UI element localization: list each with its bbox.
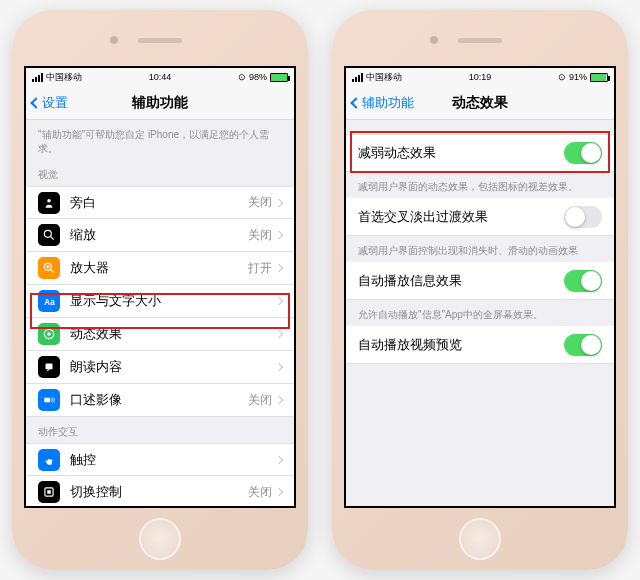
clock: 10:44: [149, 72, 172, 82]
row-value: 关闭: [248, 227, 272, 244]
battery-pct: 91%: [569, 72, 587, 82]
chevron-left-icon: [350, 97, 361, 108]
voiceover-icon: [38, 192, 60, 214]
page-title: 动态效果: [452, 94, 508, 112]
row-voiceover[interactable]: 旁白 关闭: [26, 186, 294, 219]
row-label: 放大器: [70, 259, 248, 277]
chevron-right-icon: [275, 396, 283, 404]
audio-desc-icon: [38, 389, 60, 411]
screen-right: 中国移动 10:19 ⊙ 91% 辅助功能 动态效果 减弱动态效果 减弱用户界面…: [344, 66, 616, 508]
signal-icon: [32, 73, 43, 82]
battery-icon: [270, 73, 288, 82]
battery-icon: [590, 73, 608, 82]
row-hint: 允许自动播放"信息"App中的全屏幕效果。: [346, 300, 614, 326]
row-switch[interactable]: 切换控制 关闭: [26, 476, 294, 506]
magnifier-icon: [38, 257, 60, 279]
row-label: 触控: [70, 451, 276, 469]
status-bar: 中国移动 10:44 ⊙ 98%: [26, 68, 294, 86]
switch-icon: [38, 481, 60, 503]
camera-dot: [430, 36, 438, 44]
carrier-label: 中国移动: [366, 71, 402, 84]
home-button[interactable]: [459, 518, 501, 560]
row-value: 关闭: [248, 484, 272, 501]
back-button[interactable]: 辅助功能: [352, 94, 414, 112]
row-label: 自动播放信息效果: [358, 272, 564, 290]
phone-right: 中国移动 10:19 ⊙ 91% 辅助功能 动态效果 减弱动态效果 减弱用户界面…: [332, 10, 628, 570]
row-value: 关闭: [248, 392, 272, 409]
reduce-motion-toggle[interactable]: [564, 142, 602, 164]
row-display-text[interactable]: Aa 显示与文字大小: [26, 285, 294, 318]
auto-msg-effects-toggle[interactable]: [564, 270, 602, 292]
chevron-right-icon: [275, 297, 283, 305]
camera-dot: [110, 36, 118, 44]
touch-icon: [38, 449, 60, 471]
row-auto-video-preview: 自动播放视频预览: [346, 326, 614, 364]
chevron-right-icon: [275, 198, 283, 206]
row-touch[interactable]: 触控: [26, 443, 294, 476]
svg-rect-11: [44, 398, 50, 403]
home-button[interactable]: [139, 518, 181, 560]
header-hint: "辅助功能"可帮助您自定 iPhone，以满足您的个人需求。: [26, 120, 294, 160]
svg-point-1: [44, 230, 51, 237]
svg-point-9: [47, 332, 51, 336]
content-area[interactable]: "辅助功能"可帮助您自定 iPhone，以满足您的个人需求。 视觉 旁白 关闭 …: [26, 120, 294, 506]
row-label: 缩放: [70, 226, 248, 244]
row-label: 减弱动态效果: [358, 144, 564, 162]
svg-line-4: [51, 270, 54, 273]
section-motor-header: 动作交互: [26, 417, 294, 443]
clock: 10:19: [469, 72, 492, 82]
nav-bar: 辅助功能 动态效果: [346, 86, 614, 120]
status-bar: 中国移动 10:19 ⊙ 91%: [346, 68, 614, 86]
row-magnifier[interactable]: 放大器 打开: [26, 252, 294, 285]
row-hint: 减弱用户界面控制出现和消失时、滑动的动画效果: [346, 236, 614, 262]
row-reduce-motion: 减弱动态效果: [346, 134, 614, 172]
battery-pct: 98%: [249, 72, 267, 82]
svg-rect-13: [47, 490, 51, 494]
chevron-right-icon: [275, 231, 283, 239]
row-label: 朗读内容: [70, 358, 276, 376]
row-value: 打开: [248, 260, 272, 277]
svg-line-2: [51, 237, 54, 240]
chevron-right-icon: [275, 363, 283, 371]
chevron-left-icon: [30, 97, 41, 108]
row-crossfade: 首选交叉淡出过渡效果: [346, 198, 614, 236]
row-value: 关闭: [248, 194, 272, 211]
row-zoom[interactable]: 缩放 关闭: [26, 219, 294, 252]
chevron-right-icon: [275, 455, 283, 463]
chevron-right-icon: [275, 264, 283, 272]
display-text-icon: Aa: [38, 290, 60, 312]
chevron-right-icon: [275, 330, 283, 338]
row-spoken[interactable]: 朗读内容: [26, 351, 294, 384]
svg-text:Aa: Aa: [44, 298, 55, 307]
nav-bar: 设置 辅助功能: [26, 86, 294, 120]
chevron-right-icon: [275, 488, 283, 496]
zoom-icon: [38, 224, 60, 246]
back-label: 辅助功能: [362, 94, 414, 112]
back-button[interactable]: 设置: [32, 94, 68, 112]
auto-video-preview-toggle[interactable]: [564, 334, 602, 356]
page-title: 辅助功能: [132, 94, 188, 112]
row-label: 显示与文字大小: [70, 292, 276, 310]
speaker-slot: [458, 38, 502, 43]
spoken-icon: [38, 356, 60, 378]
speaker-slot: [138, 38, 182, 43]
section-vision-header: 视觉: [26, 160, 294, 186]
content-area[interactable]: 减弱动态效果 减弱用户界面的动态效果，包括图标的视差效果。 首选交叉淡出过渡效果…: [346, 120, 614, 506]
row-motion[interactable]: 动态效果: [26, 318, 294, 351]
svg-point-0: [47, 198, 51, 202]
row-hint: 减弱用户界面的动态效果，包括图标的视差效果。: [346, 172, 614, 198]
row-label: 旁白: [70, 194, 248, 212]
row-label: 切换控制: [70, 483, 248, 501]
row-audio-desc[interactable]: 口述影像 关闭: [26, 384, 294, 417]
row-auto-msg-effects: 自动播放信息效果: [346, 262, 614, 300]
row-label: 自动播放视频预览: [358, 336, 564, 354]
carrier-label: 中国移动: [46, 71, 82, 84]
screen-left: 中国移动 10:44 ⊙ 98% 设置 辅助功能 "辅助功能"可帮助您自定 iP…: [24, 66, 296, 508]
phone-left: 中国移动 10:44 ⊙ 98% 设置 辅助功能 "辅助功能"可帮助您自定 iP…: [12, 10, 308, 570]
motion-icon: [38, 323, 60, 345]
signal-icon: [352, 73, 363, 82]
crossfade-toggle[interactable]: [564, 206, 602, 228]
row-label: 首选交叉淡出过渡效果: [358, 208, 564, 226]
row-label: 动态效果: [70, 325, 276, 343]
back-label: 设置: [42, 94, 68, 112]
